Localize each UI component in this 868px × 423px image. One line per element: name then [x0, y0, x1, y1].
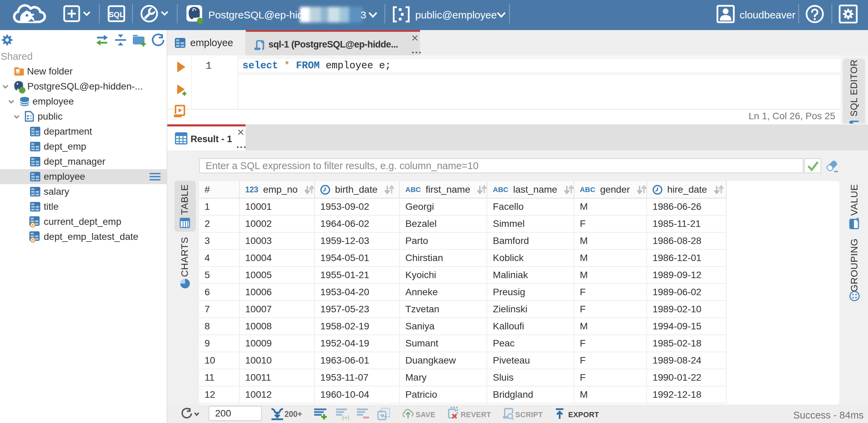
- svg-text:SQL: SQL: [109, 10, 124, 19]
- svg-text:(+): (+): [342, 414, 349, 420]
